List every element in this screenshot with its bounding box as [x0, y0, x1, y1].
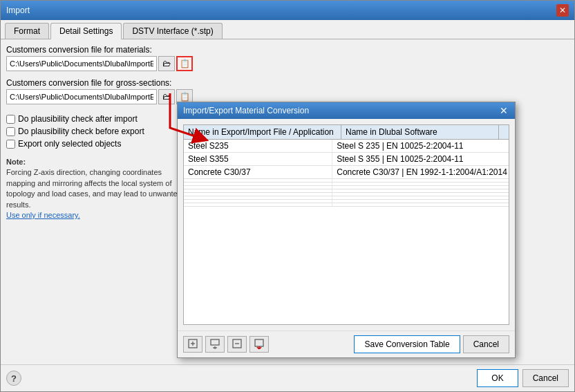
tab-detail-settings[interactable]: Detail Settings [50, 23, 122, 39]
gross-sections-input-row: 🗁 📋 [6, 89, 193, 104]
table-row[interactable]: Steel S235 Steel S 235 | EN 10025-2:2004… [184, 140, 509, 153]
main-window: Import ✕ Format Detail Settings DSTV Int… [0, 0, 575, 392]
table-header: Name in Export/Import File / Application… [184, 125, 509, 140]
materials-folder-button[interactable]: 🗁 [158, 56, 175, 71]
export-selected-checkbox[interactable] [6, 140, 15, 149]
svg-rect-3 [211, 339, 219, 345]
note-title: Note: [6, 157, 193, 167]
gross-sections-label: Customers conversion file for gross-sect… [6, 78, 193, 88]
cell-dlubal-name [332, 203, 509, 206]
note-section: Note: Forcing Z-axis direction, changing… [6, 157, 193, 221]
left-panel: Customers conversion file for materials:… [6, 45, 193, 359]
modal-dialog: Import/Export Material Conversion ✕ Name… [177, 102, 516, 358]
gross-sections-folder-button[interactable]: 🗁 [158, 89, 175, 104]
cell-export-name [184, 200, 332, 203]
help-button[interactable]: ? [6, 371, 21, 386]
cell-dlubal-name: Steel S 235 | EN 10025-2:2004-11 [332, 140, 509, 152]
delete-row-button[interactable] [227, 336, 247, 353]
cell-export-name [184, 203, 332, 206]
edit-table-icon: 📋 [180, 59, 190, 68]
plausibility-before-label: Do plausibility check before export [18, 127, 144, 136]
folder-icon-2: 🗁 [162, 92, 171, 102]
modal-body: Name in Export/Import File / Application… [178, 119, 515, 330]
materials-path-input[interactable] [6, 56, 157, 71]
cell-export-name [184, 183, 332, 185]
modal-title: Import/Export Material Conversion [183, 106, 309, 115]
cell-dlubal-name [332, 179, 509, 182]
cell-dlubal-name [332, 200, 509, 203]
plausibility-after-label: Do plausibility check after import [18, 114, 138, 124]
import-csv-button[interactable] [249, 336, 269, 353]
tab-bar: Format Detail Settings DSTV Interface (*… [1, 20, 574, 39]
add-row-button[interactable] [183, 336, 202, 353]
note-text: Forcing Z-axis direction, changing coord… [6, 167, 193, 210]
cell-dlubal-name [332, 183, 509, 185]
gross-sections-path-input[interactable] [6, 89, 157, 104]
main-cancel-button[interactable]: Cancel [522, 369, 569, 387]
window-close-button[interactable]: ✕ [556, 4, 569, 17]
bottom-right: OK Cancel [477, 369, 569, 387]
bottom-bar: ? OK Cancel [1, 364, 574, 391]
title-bar: Import ✕ [1, 1, 574, 20]
materials-file-row: Customers conversion file for materials:… [6, 45, 193, 71]
modal-cancel-button[interactable]: Cancel [463, 335, 509, 353]
plausibility-after-row: Do plausibility check after import [6, 114, 193, 124]
main-content: Customers conversion file for materials:… [1, 39, 574, 364]
modal-footer: Save Conversion Table Cancel [178, 330, 515, 357]
col-header-dlubal: Name in Dlubal Software [341, 125, 499, 139]
ok-button[interactable]: OK [477, 369, 518, 387]
table-rows: Steel S235 Steel S 235 | EN 10025-2:2004… [184, 140, 509, 207]
cell-dlubal-name: Concrete C30/37 | EN 1992-1-1:2004/A1:20… [332, 166, 509, 178]
insert-row-button[interactable] [205, 336, 225, 353]
cell-export-name: Concrete C30/37 [184, 166, 332, 178]
plausibility-before-checkbox[interactable] [6, 127, 15, 136]
cell-export-name [184, 193, 332, 196]
tab-format[interactable]: Format [5, 23, 49, 39]
window-title: Import [6, 6, 30, 15]
note-link[interactable]: Use only if necessary. [6, 210, 193, 221]
export-selected-label: Export only selected objects [18, 139, 121, 149]
cell-dlubal-name [332, 189, 509, 192]
conversion-table: Name in Export/Import File / Application… [183, 124, 509, 325]
materials-input-row: 🗁 📋 [6, 56, 193, 71]
bottom-left: ? [6, 371, 21, 386]
svg-rect-8 [255, 339, 263, 346]
cell-dlubal-name: Steel S 355 | EN 10025-2:2004-11 [332, 153, 509, 165]
modal-title-bar: Import/Export Material Conversion ✕ [178, 102, 515, 119]
cell-dlubal-name [332, 186, 509, 189]
save-conversion-button[interactable]: Save Conversion Table [354, 335, 460, 353]
cell-export-name [184, 189, 332, 192]
table-row[interactable]: Concrete C30/37 Concrete C30/37 | EN 199… [184, 166, 509, 179]
cell-export-name [184, 186, 332, 189]
modal-close-button[interactable]: ✕ [498, 105, 509, 116]
cell-export-name [184, 196, 332, 199]
cell-dlubal-name [332, 193, 509, 196]
table-scroll-area[interactable]: Steel S235 Steel S 235 | EN 10025-2:2004… [184, 140, 509, 324]
col-header-export: Name in Export/Import File / Application [184, 125, 341, 139]
materials-label: Customers conversion file for materials: [6, 45, 193, 55]
export-selected-row: Export only selected objects [6, 139, 193, 149]
cell-dlubal-name [332, 196, 509, 199]
cell-export-name: Steel S355 [184, 153, 332, 165]
plausibility-after-checkbox[interactable] [6, 115, 15, 124]
table-row[interactable]: Steel S355 Steel S 355 | EN 10025-2:2004… [184, 153, 509, 166]
tab-dstv[interactable]: DSTV Interface (*.stp) [123, 23, 222, 39]
delete-row-icon [232, 338, 243, 351]
materials-edit-button[interactable]: 📋 [176, 56, 193, 71]
plausibility-before-row: Do plausibility check before export [6, 127, 193, 136]
folder-icon: 🗁 [162, 59, 171, 68]
import-csv-icon [254, 338, 265, 351]
insert-row-icon [209, 338, 220, 351]
add-row-icon [187, 338, 198, 351]
table-row[interactable] [184, 203, 509, 207]
checkboxes-group: Do plausibility check after import Do pl… [6, 114, 193, 149]
edit-table-icon-2: 📋 [180, 92, 190, 102]
gross-sections-file-row: Customers conversion file for gross-sect… [6, 78, 193, 104]
cell-export-name [184, 179, 332, 182]
cell-export-name: Steel S235 [184, 140, 332, 152]
